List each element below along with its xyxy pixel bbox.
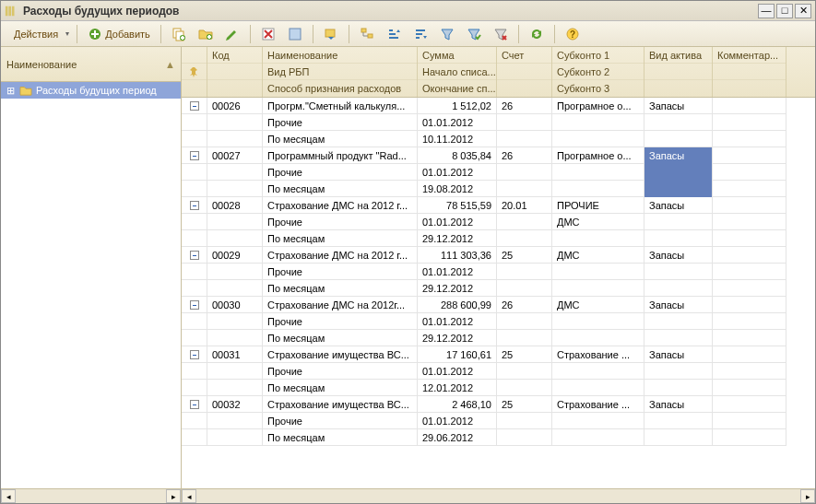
svg-rect-2 [12,6,15,16]
scroll-right-button[interactable]: ▸ [166,489,181,503]
funnel-icon [440,27,455,41]
mark-button[interactable] [283,24,307,44]
grid-header-account[interactable]: Счет [497,47,552,97]
actions-dropdown-icon[interactable]: ▾ [64,24,71,44]
row-marker-icon [190,400,199,409]
grid-header-name[interactable]: НаименованиеВид РБПСпособ признания расх… [263,47,418,97]
tree-header-label: Наименование [6,59,77,70]
move-button[interactable] [319,24,343,44]
refresh-icon [529,27,544,41]
svg-rect-17 [361,29,366,32]
svg-rect-1 [8,6,11,16]
svg-rect-15 [290,29,301,40]
funnel-check-icon [467,27,481,41]
svg-rect-0 [6,6,8,16]
folder-icon [19,85,32,96]
row-marker-icon [190,350,199,359]
toolbar-separator [518,25,519,43]
grid-header-subconto[interactable]: Субконто 1Субконто 2Субконто 3 [552,47,645,97]
grid-header-comment[interactable]: Комментар... [713,47,786,97]
row-marker-icon [190,201,199,210]
help-icon: ? [565,27,580,41]
funnel-clear-icon [493,27,508,41]
actions-menu[interactable]: Действия [6,24,63,44]
row-marker-icon [190,251,199,260]
sort-indicator-icon: ▲ [165,59,175,70]
sort-asc-button[interactable] [382,24,406,44]
scroll-left-button[interactable]: ◂ [182,489,196,503]
table-row[interactable]: 00026Прогрм."Сметный калькуля...ПрочиеПо… [182,98,815,147]
svg-rect-16 [325,29,335,37]
filter-off-button[interactable] [489,24,513,44]
titlebar: Расходы будущих периодов — □ ✕ [1,1,815,21]
tree-pane: Наименование ▲ ⊞ Расходы будущих период … [1,47,182,503]
hierarchy-icon [360,27,374,41]
close-button[interactable]: ✕ [795,4,811,18]
toolbar-separator [160,25,161,43]
toolbar-separator [313,25,313,43]
filter-by-value-button[interactable] [435,24,459,44]
pencil-icon [225,27,240,41]
grid-header-code[interactable]: Код [207,47,263,97]
window-icon [5,5,18,18]
window-title: Расходы будущих периодов [23,5,756,18]
maximize-button[interactable]: □ [776,4,793,18]
body: Наименование ▲ ⊞ Расходы будущих период … [1,47,815,503]
filter-button[interactable] [462,24,486,44]
svg-rect-10 [181,37,184,39]
plus-icon [88,27,102,41]
sort-asc-icon [386,27,401,41]
svg-rect-5 [91,33,99,35]
tree-item-label: Расходы будущих период [36,85,157,96]
hierarchy-button[interactable] [355,24,379,44]
pin-icon [189,66,200,77]
move-icon [324,27,338,41]
minimize-button[interactable]: — [758,4,775,18]
window: Расходы будущих периодов — □ ✕ Действия … [0,0,816,504]
toolbar-separator [77,25,77,43]
tree-hscrollbar[interactable]: ◂ ▸ [1,488,181,503]
table-row[interactable]: 00031Страхование имущества ВС...ПрочиеПо… [182,346,815,396]
table-row[interactable]: 00029Страхование ДМС на 2012 г...ПрочиеП… [182,247,815,297]
table-row[interactable]: 00032Страхование имущества ВС...ПрочиеПо… [182,396,815,446]
grid-header-sum[interactable]: СуммаНачало списа...Окончание сп... [418,47,497,97]
table-row[interactable]: 00028Страхование ДМС на 2012 г...ПрочиеП… [182,197,815,247]
grid-pane: Код НаименованиеВид РБПСпособ признания … [182,47,815,503]
row-marker-icon [190,151,199,160]
delete-button[interactable] [256,24,280,44]
help-button[interactable]: ? [561,24,585,44]
add-group-button[interactable] [194,24,218,44]
expand-icon[interactable]: ⊞ [5,85,16,97]
copy-button[interactable] [167,24,191,44]
row-marker-icon [190,101,199,111]
scroll-left-button[interactable]: ◂ [1,489,16,503]
sort-desc-icon [413,27,428,41]
table-row[interactable]: 00030Страхование ДМС на 2012г...ПрочиеПо… [182,297,815,346]
tree-item-root[interactable]: ⊞ Расходы будущих период [1,82,181,99]
add-button[interactable]: Добавить [83,24,155,44]
toolbar-separator [349,25,349,43]
tree-body[interactable]: ⊞ Расходы будущих период [1,82,181,488]
toolbar-separator [250,25,251,43]
folder-plus-icon [198,27,213,41]
refresh-button[interactable] [525,24,549,44]
sort-desc-button[interactable] [408,24,432,44]
scroll-right-button[interactable]: ▸ [800,489,815,503]
edit-button[interactable] [220,24,244,44]
toolbar-separator [554,25,555,43]
grid-header: Код НаименованиеВид РБПСпособ признания … [182,47,815,98]
scroll-track[interactable] [16,489,166,503]
mark-icon [288,27,302,41]
grid-header-marker[interactable] [182,47,207,97]
table-row[interactable]: 00027Программный продукт "Rad...ПрочиеПо… [182,147,815,197]
page-copy-icon [171,27,186,41]
svg-rect-13 [207,36,211,38]
tree-header[interactable]: Наименование ▲ [1,47,181,82]
grid-hscrollbar[interactable]: ◂ ▸ [182,488,815,503]
toolbar: Действия ▾ Добавить ? [1,21,815,47]
grid-header-asset[interactable]: Вид актива [645,47,713,97]
delete-icon [261,27,276,41]
grid-body[interactable]: 00026Прогрм."Сметный калькуля...ПрочиеПо… [182,98,815,488]
row-marker-icon [190,300,199,310]
scroll-track[interactable] [196,489,800,503]
